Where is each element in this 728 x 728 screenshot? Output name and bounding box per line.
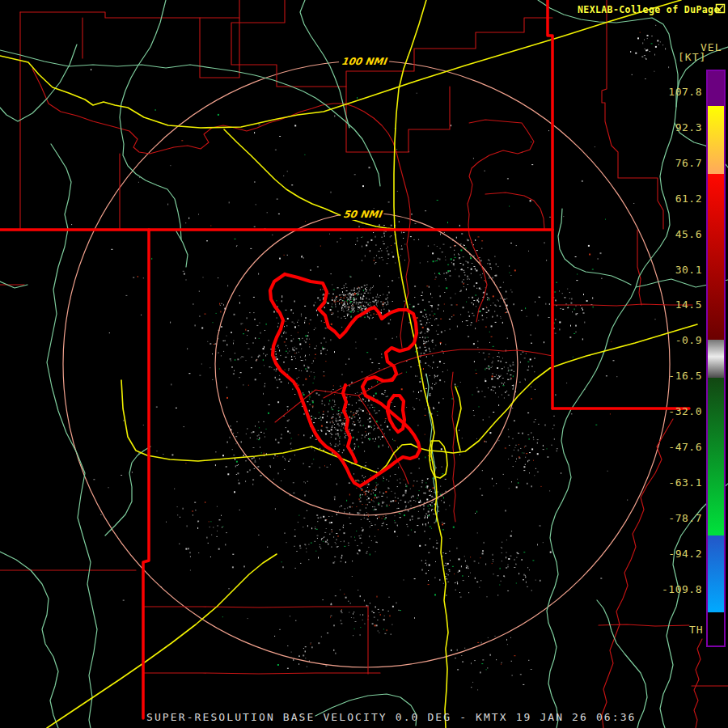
colorbar-tick-label: 61.2 [654,193,702,205]
county-line [144,607,368,607]
county-line [485,193,544,229]
river-line [0,552,58,728]
colorbar-tick-label: 107.8 [654,86,702,98]
river-line [0,44,77,121]
range-ring-label: 100 NMI [338,56,390,67]
colorbar-tick-label: 76.7 [654,157,702,169]
county-line [468,120,534,322]
range-ring-label: 50 NMI [340,209,384,220]
county-line [602,419,673,728]
river-line [547,123,675,728]
county-line [451,372,455,522]
colorbar-tick-label: 45.6 [654,228,702,240]
county-line [20,12,239,18]
county-line [637,230,641,305]
highway-line [394,0,448,728]
county-line [400,230,409,348]
county-line [290,18,552,87]
colorbar-tick-label: -94.2 [654,548,702,560]
lake-outline [387,396,404,432]
radar-display-page: { "header": { "title": "NEXLAB-College o… [0,0,728,728]
colorbar-tick-label: 30.1 [654,264,702,276]
county-line [144,673,380,674]
colorbar-tick-label: -32.0 [654,405,702,417]
county-line [694,639,702,728]
county-line [324,349,552,398]
county-line [200,0,239,78]
range-ring [215,213,518,515]
colorbar-tick-label: -0.9 [654,334,702,346]
product-caption: SUPER-RESOLUTION BASE VELOCITY 0.0 DEG -… [146,711,637,723]
state-border [143,230,149,718]
river-line [0,50,380,186]
colorbar-tick-label: -63.1 [654,476,702,489]
state-border [548,0,552,230]
river-line [176,231,188,267]
colorbar-tick-label: 14.5 [654,298,702,311]
velocity-colorbar [706,70,726,647]
colorbar-tick-label: 92.3 [654,121,702,133]
colorbar-tick-label: -78.7 [654,512,702,524]
radar-map [0,0,728,728]
colorbar-unit-bracket: [KT] [678,51,706,63]
colorbar-tick-label: -47.6 [654,441,702,453]
radar-image-stage: 100 NMI50 NMI NEXLAB-College of DuPage V… [0,0,728,728]
river-line [105,447,150,535]
river-line [558,209,631,285]
county-line [599,624,689,626]
header-title: NEXLAB-College of DuPage [578,4,720,15]
county-line [32,69,410,230]
river-line [538,0,728,167]
colorbar-tick-label: -16.5 [654,370,702,382]
velocity-colorbar-gradient [708,71,724,645]
highway-line [455,387,461,451]
cod-logo-icon [715,3,726,14]
county-line [231,0,290,87]
colorbar-th-label: TH [689,624,704,636]
colorbar-tick-label: -109.8 [654,583,702,595]
